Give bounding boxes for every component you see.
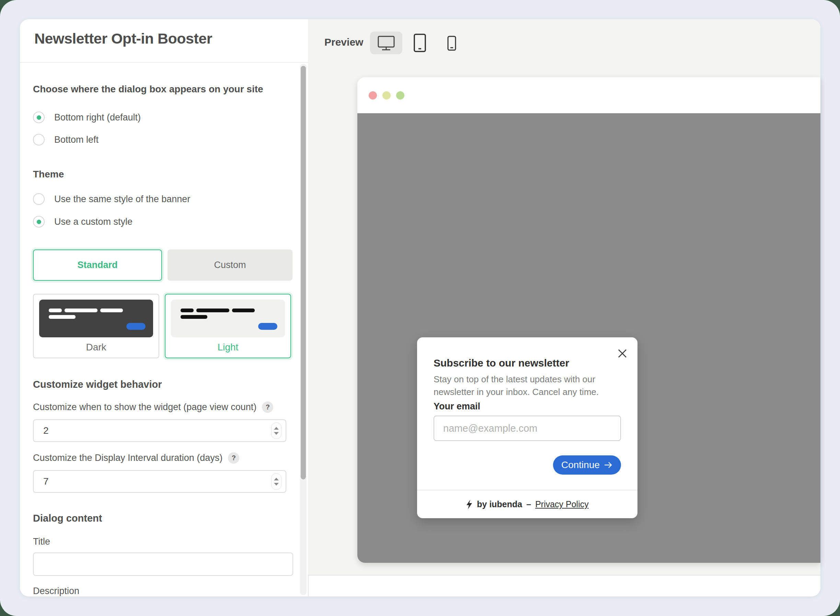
mock-button bbox=[258, 323, 278, 330]
description-field-label-row: Description bbox=[33, 585, 79, 597]
arrow-right-icon bbox=[604, 461, 613, 469]
close-icon[interactable] bbox=[617, 348, 627, 359]
dialog-footer: by iubenda – Privacy Policy bbox=[417, 490, 637, 518]
radio-circle[interactable] bbox=[33, 111, 45, 123]
radio-label: Use the same style of the banner bbox=[54, 194, 190, 205]
interval-field-label-row: Customize the Display Interval duration … bbox=[33, 452, 239, 464]
radio-circle[interactable] bbox=[33, 216, 45, 227]
radio-label: Use a custom style bbox=[54, 217, 132, 227]
email-label: Your email bbox=[433, 401, 480, 412]
radio-same-style[interactable]: Use the same style of the banner bbox=[33, 193, 190, 205]
stepper-control[interactable] bbox=[271, 422, 282, 439]
mock-text-line bbox=[181, 315, 207, 319]
mock-text-line bbox=[49, 315, 75, 319]
device-tablet-button[interactable] bbox=[412, 33, 428, 53]
mock-text-line bbox=[196, 308, 229, 312]
scrollbar-thumb[interactable] bbox=[301, 66, 306, 480]
field-label: Title bbox=[33, 536, 50, 547]
theme-option-dark[interactable]: Dark bbox=[33, 294, 159, 358]
privacy-policy-link[interactable]: Privacy Policy bbox=[535, 499, 589, 509]
radio-dot bbox=[37, 220, 41, 224]
mock-text-line bbox=[181, 308, 194, 312]
preview-panel: Preview bbox=[308, 19, 821, 575]
browser-titlebar bbox=[357, 77, 821, 113]
desktop-icon bbox=[377, 35, 396, 51]
radio-label: Bottom left bbox=[54, 135, 98, 145]
radio-label: Bottom right (default) bbox=[54, 112, 141, 123]
field-label: Customize when to show the widget (page … bbox=[33, 402, 256, 412]
mock-text-line bbox=[100, 308, 123, 312]
pageview-count-input[interactable] bbox=[33, 419, 286, 442]
footer-by-label: by iubenda bbox=[477, 499, 522, 509]
theme-option-light[interactable]: Light bbox=[165, 294, 291, 358]
email-input[interactable] bbox=[433, 416, 621, 441]
radio-circle[interactable] bbox=[33, 193, 45, 205]
step-down-icon[interactable] bbox=[274, 483, 279, 485]
continue-button[interactable]: Continue bbox=[553, 455, 621, 475]
step-up-icon[interactable] bbox=[274, 427, 279, 430]
stepper-control[interactable] bbox=[271, 473, 282, 490]
step-up-icon[interactable] bbox=[274, 478, 279, 480]
radio-bottom-left[interactable]: Bottom left bbox=[33, 133, 98, 146]
device-desktop-button[interactable] bbox=[370, 32, 402, 54]
radio-dot bbox=[37, 115, 41, 120]
behavior-section-heading: Customize widget behavior bbox=[33, 379, 162, 390]
lightning-bolt-icon bbox=[466, 499, 473, 510]
theme-label: Dark bbox=[34, 342, 159, 353]
page-title: Newsletter Opt-in Booster bbox=[34, 30, 212, 47]
radio-bottom-right[interactable]: Bottom right (default) bbox=[33, 111, 141, 123]
device-mobile-button[interactable] bbox=[445, 35, 459, 51]
continue-label: Continue bbox=[561, 459, 600, 471]
step-down-icon[interactable] bbox=[274, 432, 279, 435]
theme-label: Light bbox=[166, 342, 291, 353]
preview-label: Preview bbox=[325, 37, 363, 48]
tab-custom[interactable]: Custom bbox=[167, 249, 292, 281]
header-divider bbox=[20, 62, 308, 63]
dialog-description: Stay on top of the latest updates with o… bbox=[433, 373, 623, 399]
dialog-title: Subscribe to our newsletter bbox=[433, 357, 569, 369]
position-section-heading: Choose where the dialog box appears on y… bbox=[33, 84, 263, 95]
title-field-label-row: Title bbox=[33, 535, 50, 548]
traffic-light-green-icon bbox=[396, 91, 404, 100]
newsletter-dialog: Subscribe to our newsletter Stay on top … bbox=[417, 337, 637, 518]
help-icon[interactable]: ? bbox=[262, 402, 273, 413]
radio-custom-style[interactable]: Use a custom style bbox=[33, 216, 132, 228]
theme-section-heading: Theme bbox=[33, 169, 64, 180]
tab-standard[interactable]: Standard bbox=[33, 249, 162, 281]
mock-text-line bbox=[49, 308, 62, 312]
light-theme-thumbnail bbox=[171, 299, 285, 337]
mock-text-line bbox=[232, 308, 255, 312]
help-icon[interactable]: ? bbox=[228, 452, 239, 463]
dark-theme-thumbnail bbox=[39, 299, 153, 337]
browser-mockup: Subscribe to our newsletter Stay on top … bbox=[357, 77, 821, 563]
app-page: Newsletter Opt-in Booster Choose where t… bbox=[0, 0, 840, 616]
mock-text-line bbox=[65, 308, 97, 312]
mobile-icon bbox=[447, 36, 456, 51]
main-card: Newsletter Opt-in Booster Choose where t… bbox=[20, 19, 821, 597]
traffic-light-red-icon bbox=[369, 91, 377, 100]
radio-circle[interactable] bbox=[33, 134, 45, 145]
field-label: Description bbox=[33, 586, 79, 597]
pageview-field-label-row: Customize when to show the widget (page … bbox=[33, 401, 273, 413]
display-interval-input[interactable] bbox=[33, 470, 286, 493]
tablet-icon bbox=[414, 34, 426, 52]
field-label: Customize the Display Interval duration … bbox=[33, 453, 222, 463]
footer-separator: – bbox=[526, 499, 531, 509]
dialog-content-section-heading: Dialog content bbox=[33, 513, 102, 524]
traffic-light-yellow-icon bbox=[382, 91, 391, 100]
dialog-title-input[interactable] bbox=[33, 553, 293, 576]
settings-panel: Newsletter Opt-in Booster Choose where t… bbox=[20, 19, 308, 597]
mock-button bbox=[126, 323, 145, 330]
